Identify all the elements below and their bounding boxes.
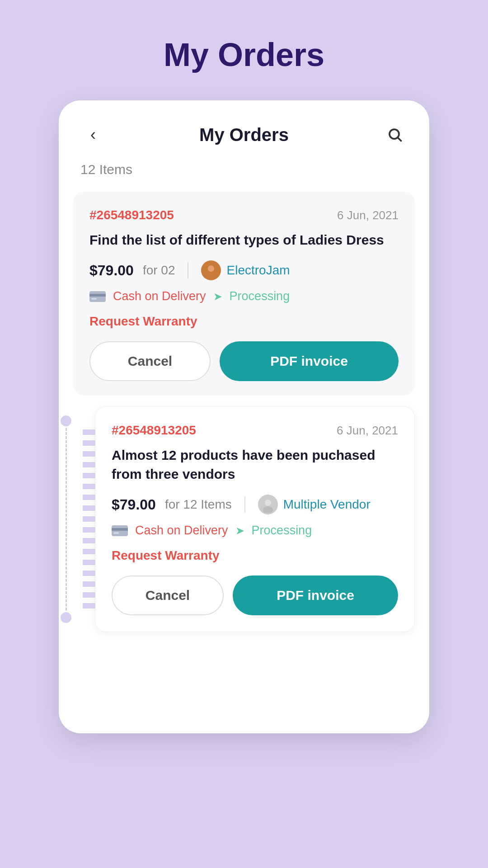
order-title-2: Almost 12 products have been puchased fr… [112, 446, 398, 484]
order-header-row-2: #26548913205 6 Jun, 2021 [112, 423, 398, 438]
notch-bottom [61, 612, 71, 623]
vendor-name-2: Multiple Vendor [283, 497, 371, 512]
processing-arrow-icon-2: ➤ [235, 524, 244, 537]
pdf-button-1[interactable]: PDF invoice [220, 341, 399, 381]
vendor-avatar-icon-2 [260, 496, 276, 513]
vendor-avatar-2 [258, 495, 278, 514]
divider-1 [188, 262, 188, 278]
card-icon-2 [112, 524, 128, 537]
payment-row-2: Cash on Delivery ➤ Processing [112, 524, 398, 538]
price-row-1: $79.00 for 02 ElectroJam [89, 260, 399, 280]
phone-card: ‹ My Orders 12 Items #26548913205 6 Jun,… [59, 100, 429, 733]
svg-rect-12 [112, 528, 128, 531]
order-header-row-1: #26548913205 6 Jun, 2021 [89, 208, 399, 222]
card-icon-1 [89, 290, 106, 303]
order-id-1: #26548913205 [89, 208, 174, 222]
processing-arrow-icon-1: ➤ [213, 290, 222, 303]
svg-rect-6 [89, 294, 106, 297]
action-row-2: Cancel PDF invoice [112, 576, 398, 615]
status-text-1: Processing [230, 289, 290, 303]
receipt-edge [59, 406, 73, 632]
app-header-title: My Orders [199, 125, 289, 145]
second-card-container: #26548913205 6 Jun, 2021 Almost 12 produ… [59, 406, 429, 632]
warranty-link-2[interactable]: Request Warranty [112, 548, 398, 563]
order-date-2: 6 Jun, 2021 [337, 424, 398, 438]
order-card-2: #26548913205 6 Jun, 2021 Almost 12 produ… [95, 406, 415, 632]
search-button[interactable] [382, 122, 408, 147]
cancel-button-1[interactable]: Cancel [89, 341, 211, 381]
order-id-2: #26548913205 [112, 423, 196, 438]
vendor-name-1: ElectroJam [226, 263, 290, 278]
dashed-line [66, 428, 67, 610]
cancel-button-2[interactable]: Cancel [112, 576, 224, 615]
vendor-info-1: ElectroJam [201, 260, 290, 280]
payment-method-1: Cash on Delivery [113, 289, 206, 303]
vendor-avatar-1 [201, 260, 221, 280]
svg-line-1 [398, 138, 401, 141]
order-title-1: Find the list of different types of Ladi… [89, 231, 399, 250]
payment-method-2: Cash on Delivery [135, 524, 228, 538]
svg-point-9 [265, 500, 271, 506]
svg-rect-7 [91, 298, 97, 300]
search-icon [387, 127, 403, 143]
order-card-1: #26548913205 6 Jun, 2021 Find the list o… [73, 192, 415, 396]
page-bg-title: My Orders [164, 36, 324, 73]
back-button[interactable]: ‹ [80, 122, 106, 147]
vendor-avatar-icon-1 [203, 262, 219, 278]
back-icon: ‹ [90, 125, 96, 144]
price-for-1: for 02 [143, 263, 175, 278]
order-date-1: 6 Jun, 2021 [337, 208, 399, 222]
app-header: ‹ My Orders [59, 100, 429, 158]
notch-top [61, 415, 71, 426]
price-for-2: for 12 Items [165, 497, 232, 512]
warranty-link-1[interactable]: Request Warranty [89, 314, 399, 329]
status-text-2: Processing [252, 524, 312, 538]
price-row-2: $79.00 for 12 Items Multiple Vendor [112, 495, 398, 514]
price-amount-1: $79.00 [89, 262, 134, 279]
action-row-1: Cancel PDF invoice [89, 341, 399, 381]
svg-rect-13 [113, 532, 119, 534]
divider-2 [244, 496, 245, 513]
payment-card-icon-1 [89, 290, 106, 303]
price-amount-2: $79.00 [112, 496, 156, 513]
vendor-info-2: Multiple Vendor [258, 495, 371, 514]
pdf-button-2[interactable]: PDF invoice [233, 576, 398, 615]
svg-point-3 [208, 265, 214, 272]
payment-card-icon-2 [112, 524, 128, 537]
items-count: 12 Items [59, 158, 429, 192]
payment-row-1: Cash on Delivery ➤ Processing [89, 289, 399, 303]
